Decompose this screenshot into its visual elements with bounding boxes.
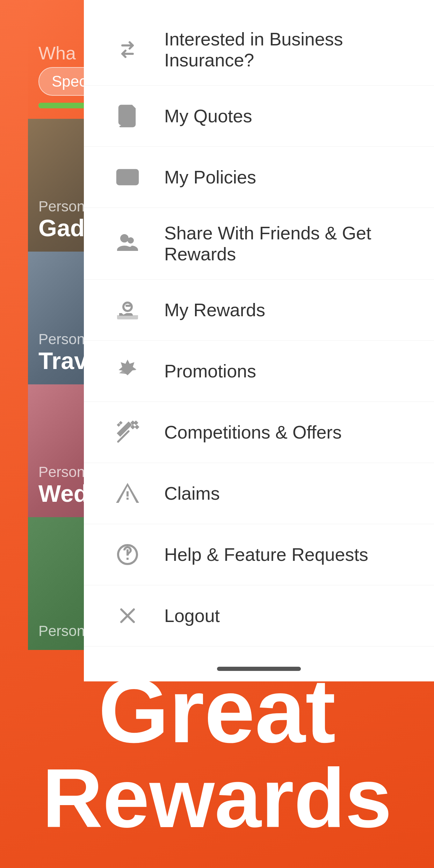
arrows-icon	[112, 34, 143, 65]
menu-label-claims: Claims	[164, 483, 220, 504]
menu-item-claims[interactable]: Claims	[84, 463, 434, 524]
menu-item-my-rewards[interactable]: My Rewards	[84, 280, 434, 341]
menu-item-my-policies[interactable]: My Policies	[84, 147, 434, 208]
menu-item-competitions-offers[interactable]: Competitions & Offers	[84, 402, 434, 463]
menu-label-competitions-offers: Competitions & Offers	[164, 422, 342, 443]
starburst-icon	[112, 355, 143, 387]
drawer-menu: Interested in Business Insurance? My Quo…	[84, 0, 434, 681]
menu-label-share-friends: Share With Friends & Get Rewards	[164, 223, 406, 265]
hand-coin-icon	[112, 294, 143, 326]
home-indicator	[217, 667, 301, 671]
menu-label-my-quotes: My Quotes	[164, 106, 252, 126]
close-icon	[112, 600, 143, 631]
bottom-tagline: Great Rewards	[0, 665, 434, 840]
people-icon	[112, 228, 143, 259]
menu-item-share-friends[interactable]: Share With Friends & Get Rewards	[84, 208, 434, 280]
document-icon	[112, 100, 143, 132]
menu-label-my-policies: My Policies	[164, 167, 256, 188]
menu-label-help: Help & Feature Requests	[164, 544, 368, 565]
question-icon	[112, 539, 143, 570]
menu-label-business-insurance: Interested in Business Insurance?	[164, 29, 406, 71]
menu-label-promotions: Promotions	[164, 361, 256, 382]
id-card-icon	[112, 161, 143, 193]
menu-item-business-insurance[interactable]: Interested in Business Insurance?	[84, 14, 434, 86]
tagline-line2: Rewards	[0, 756, 434, 840]
svg-point-2	[121, 174, 128, 180]
menu-item-help[interactable]: Help & Feature Requests	[84, 524, 434, 585]
menu-label-logout: Logout	[164, 605, 220, 626]
menu-label-my-rewards: My Rewards	[164, 299, 265, 320]
magic-wand-icon	[112, 417, 143, 448]
warning-icon	[112, 478, 143, 509]
menu-item-promotions[interactable]: Promotions	[84, 341, 434, 402]
menu-item-my-quotes[interactable]: My Quotes	[84, 86, 434, 147]
menu-item-logout[interactable]: Logout	[84, 585, 434, 646]
